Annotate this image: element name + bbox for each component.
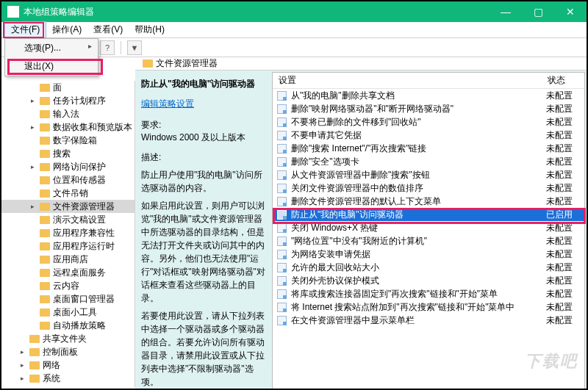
tree-item[interactable]: ▸数据收集和预览版本 bbox=[1, 120, 135, 134]
filter-icon[interactable]: ▼ bbox=[127, 40, 142, 55]
tree-item[interactable]: 桌面小工具 bbox=[1, 306, 135, 319]
setting-state: 未配置 bbox=[546, 314, 584, 327]
setting-label: 将 Internet 搜索站点附加到"再次搜索"链接和"开始"菜单中 bbox=[291, 301, 546, 314]
setting-label: 关闭 Windows+X 热键 bbox=[291, 222, 546, 234]
tree-item[interactable]: 应用程序运行时 bbox=[1, 239, 135, 253]
list-row[interactable]: 从"我的电脑"删除共享文档未配置 bbox=[273, 89, 584, 102]
list-row[interactable]: 允许的最大回收站大小未配置 bbox=[273, 261, 584, 274]
folder-icon bbox=[143, 59, 153, 68]
menu-exit[interactable]: 退出(X) bbox=[5, 57, 98, 76]
list-row[interactable]: 删除"安全"选项卡未配置 bbox=[273, 155, 584, 168]
list-row[interactable]: 不要申请其它凭据未配置 bbox=[273, 129, 584, 142]
list-row[interactable]: 将 Internet 搜索站点附加到"再次搜索"链接和"开始"菜单中未配置 bbox=[273, 300, 584, 314]
tree-item[interactable]: ▸网络访问保护 bbox=[1, 160, 135, 173]
close-button[interactable]: ✕ bbox=[554, 1, 587, 22]
setting-icon bbox=[277, 184, 287, 193]
menu-file[interactable]: 文件(F) bbox=[4, 21, 46, 38]
tree-item[interactable]: ▸网络 bbox=[1, 358, 135, 372]
tree-scroll[interactable]: 面▸任务计划程序输入法▸数据收集和预览版本数字保险箱搜索▸网络访问保护位置和传感… bbox=[1, 81, 135, 387]
setting-icon bbox=[277, 263, 287, 272]
setting-state: 未配置 bbox=[546, 261, 584, 274]
tree-item[interactable]: ▸文件资源管理器 bbox=[1, 200, 135, 213]
menu-help[interactable]: 帮助(H) bbox=[129, 22, 171, 37]
tree-item[interactable]: 云内容 bbox=[1, 279, 135, 292]
setting-state: 未配置 bbox=[546, 116, 584, 129]
expand-icon[interactable]: ▸ bbox=[18, 375, 26, 382]
setting-icon bbox=[277, 91, 287, 101]
tree-item[interactable]: 共享文件夹 bbox=[1, 332, 135, 345]
tree-item[interactable]: 远程桌面服务 bbox=[1, 266, 135, 279]
list-row[interactable]: 在文件资源管理器中显示菜单栏未配置 bbox=[273, 314, 584, 327]
folder-icon bbox=[40, 97, 50, 105]
folder-icon bbox=[40, 295, 50, 303]
setting-state: 未配置 bbox=[546, 156, 584, 168]
tree-item-label: 共享文件夹 bbox=[43, 333, 87, 345]
edit-policy-link[interactable]: 编辑策略设置 bbox=[141, 98, 266, 110]
list-row[interactable]: 删除文件资源管理器的默认上下文菜单未配置 bbox=[273, 195, 584, 208]
list-row[interactable]: 关闭 Windows+X 热键未配置 bbox=[273, 221, 584, 234]
list-row[interactable]: 删除"映射网络驱动器"和"断开网络驱动器"未配置 bbox=[273, 102, 584, 115]
tree-item[interactable]: 自动播放策略 bbox=[1, 319, 135, 332]
menu-options[interactable]: 选项(P)... bbox=[5, 39, 98, 57]
tree-item[interactable]: ▸系统 bbox=[1, 372, 135, 385]
list-row[interactable]: "网络位置"中没有"我附近的计算机"未配置 bbox=[273, 234, 584, 248]
setting-state: 未配置 bbox=[546, 195, 584, 208]
setting-label: 从文件资源管理器中删除"搜索"按钮 bbox=[291, 169, 546, 181]
expand-icon[interactable]: ▸ bbox=[28, 203, 37, 210]
tree-item[interactable]: 应用程序兼容性 bbox=[1, 226, 135, 239]
folder-icon bbox=[29, 361, 40, 369]
setting-state: 未配置 bbox=[546, 301, 584, 314]
setting-icon bbox=[277, 210, 287, 220]
menu-action[interactable]: 操作(A) bbox=[46, 22, 87, 37]
minimize-button[interactable]: — bbox=[490, 1, 522, 22]
folder-icon bbox=[40, 242, 50, 250]
tree-item[interactable]: 数字保险箱 bbox=[1, 134, 135, 147]
tree-item[interactable]: ▸任务计划程序 bbox=[1, 94, 135, 107]
menu-view[interactable]: 查看(V) bbox=[87, 22, 129, 37]
expand-icon[interactable]: ▸ bbox=[28, 163, 37, 170]
tree-item[interactable]: 面 bbox=[1, 81, 135, 94]
col-setting[interactable]: 设置 bbox=[273, 74, 542, 87]
expand-icon[interactable]: ▸ bbox=[28, 97, 37, 104]
tree-item[interactable]: 演示文稿设置 bbox=[1, 213, 135, 226]
col-state[interactable]: 状态 bbox=[542, 74, 584, 87]
list-body[interactable]: 从"我的电脑"删除共享文档未配置删除"映射网络驱动器"和"断开网络驱动器"未配置… bbox=[273, 89, 584, 390]
list-row[interactable]: 防止从"我的电脑"访问驱动器已启用 bbox=[273, 208, 584, 221]
tree-item[interactable]: 应用商店 bbox=[1, 253, 135, 266]
tree-item[interactable]: ▸控制面板 bbox=[1, 345, 135, 358]
description-p1: 防止用户使用"我的电脑"访问所选驱动器的内容。 bbox=[141, 168, 266, 195]
list-row[interactable]: 从文件资源管理器中删除"搜索"按钮未配置 bbox=[273, 168, 584, 181]
watermark: 下载吧 bbox=[525, 350, 578, 372]
expand-icon[interactable]: ▸ bbox=[18, 348, 26, 355]
setting-icon bbox=[277, 289, 287, 299]
tree-item[interactable]: 搜索 bbox=[1, 147, 135, 160]
folder-icon bbox=[40, 163, 50, 171]
list-row[interactable]: 不要将已删除的文件移到"回收站"未配置 bbox=[273, 115, 584, 129]
tree-item[interactable]: 位置和传感器 bbox=[1, 173, 135, 187]
tree-item[interactable]: 输入法 bbox=[1, 107, 135, 120]
expand-icon[interactable]: ▸ bbox=[18, 361, 26, 369]
folder-icon bbox=[40, 229, 50, 237]
setting-icon bbox=[277, 197, 287, 206]
tree-item-label: 应用商店 bbox=[53, 253, 88, 266]
help-icon[interactable]: ? bbox=[100, 40, 115, 55]
app-icon bbox=[7, 6, 19, 18]
tree-item[interactable]: 文件吊销 bbox=[1, 187, 135, 200]
list-row[interactable]: 关闭外壳协议保护模式未配置 bbox=[273, 274, 584, 287]
folder-icon bbox=[40, 322, 50, 330]
maximize-button[interactable]: ▢ bbox=[522, 1, 554, 22]
tree-item-label: 系统 bbox=[43, 372, 60, 385]
list-row[interactable]: 删除"搜索 Internet"/"再次搜索"链接未配置 bbox=[273, 142, 584, 155]
setting-state: 未配置 bbox=[546, 169, 584, 181]
tree-item[interactable]: 桌面窗口管理器 bbox=[1, 292, 135, 306]
setting-icon bbox=[277, 223, 287, 233]
list-row[interactable]: 将库或搜索连接器固定到"再次搜索"链接和"开始"菜单未配置 bbox=[273, 287, 584, 300]
address-bar: 文件资源管理器 bbox=[135, 57, 587, 71]
list-row[interactable]: 关闭文件资源管理器中的数值排序未配置 bbox=[273, 181, 584, 195]
list-row[interactable]: 为网络安装申请凭据未配置 bbox=[273, 248, 584, 261]
setting-icon bbox=[277, 276, 287, 286]
setting-state: 未配置 bbox=[546, 275, 584, 287]
expand-icon[interactable]: ▸ bbox=[28, 123, 37, 131]
setting-label: 删除"映射网络驱动器"和"断开网络驱动器" bbox=[291, 103, 546, 115]
folder-icon bbox=[40, 137, 50, 145]
